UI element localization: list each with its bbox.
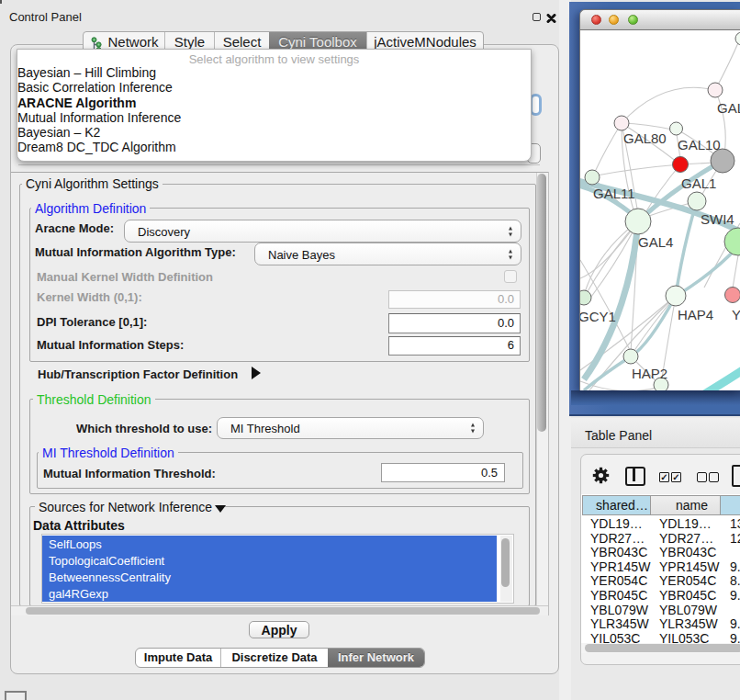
svg-text:GAL80: GAL80 xyxy=(623,130,667,146)
svg-text:Y: Y xyxy=(732,307,740,322)
svg-text:GAL2: GAL2 xyxy=(717,100,740,116)
svg-text:HAP4: HAP4 xyxy=(678,307,713,322)
svg-text:GAL4: GAL4 xyxy=(638,234,673,250)
svg-text:GAL1: GAL1 xyxy=(681,175,716,191)
svg-text:SWI4: SWI4 xyxy=(701,211,734,227)
svg-text:GAL10: GAL10 xyxy=(678,137,721,152)
svg-text:HAP2: HAP2 xyxy=(632,366,667,381)
svg-text:GAL11: GAL11 xyxy=(593,186,635,201)
svg-text:GCY1: GCY1 xyxy=(580,309,616,324)
